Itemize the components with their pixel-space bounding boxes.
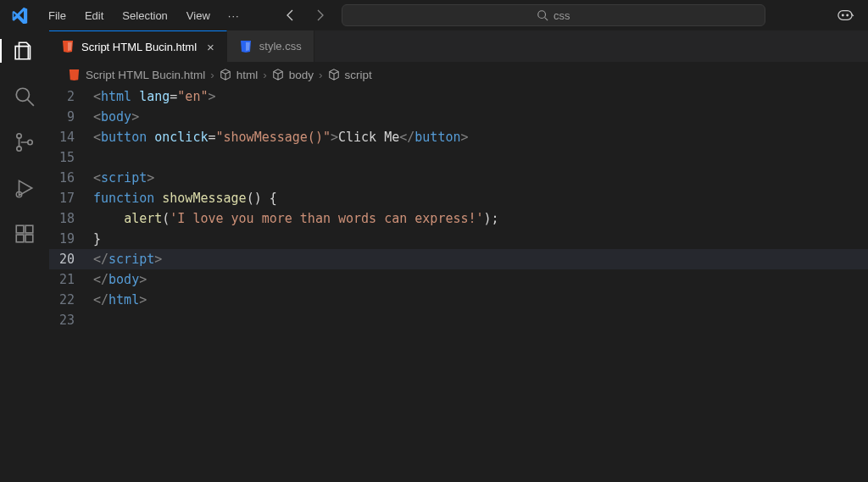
nav-back-icon[interactable] [284, 8, 298, 22]
svg-point-7 [17, 134, 21, 138]
line-number: 16 [49, 168, 93, 188]
line-number: 23 [49, 310, 93, 330]
breadcrumb-script: script [345, 69, 372, 81]
chevron-right-icon: › [210, 69, 214, 81]
svg-line-6 [27, 99, 34, 106]
symbol-icon [272, 69, 284, 80]
chevron-right-icon: › [319, 69, 323, 81]
symbol-icon [328, 69, 340, 80]
tab-label: style.css [259, 40, 302, 53]
line-number: 2 [49, 86, 93, 107]
titlebar: File Edit Selection View ··· css [0, 0, 868, 30]
menu-file[interactable]: File [41, 6, 74, 25]
line-number: 14 [49, 127, 93, 147]
code-editor[interactable]: 2<html lang="en"> 9<body> 14<button oncl… [49, 86, 868, 482]
nav-arrows [284, 8, 326, 22]
search-text: css [554, 9, 570, 22]
breadcrumb-html: html [236, 69, 259, 81]
chevron-right-icon: › [263, 69, 267, 81]
line-number: 19 [49, 229, 93, 249]
svg-point-8 [17, 147, 21, 151]
line-number: 17 [49, 188, 93, 208]
explorer-icon[interactable] [0, 39, 49, 63]
menu-view[interactable]: View [179, 6, 218, 25]
editor-area: Script HTML Bucin.html × style.css Scrip… [49, 30, 868, 482]
svg-point-4 [846, 14, 849, 17]
source-control-icon[interactable] [0, 130, 49, 154]
tab-label: Script HTML Bucin.html [81, 41, 197, 53]
breadcrumb[interactable]: Script HTML Bucin.html › html › body › s… [49, 63, 868, 86]
svg-point-5 [16, 88, 29, 101]
svg-point-0 [538, 11, 546, 19]
svg-point-3 [842, 14, 844, 17]
menu-selection[interactable]: Selection [114, 6, 175, 25]
svg-rect-13 [16, 235, 24, 242]
search-icon [537, 9, 548, 21]
command-center[interactable]: css [342, 4, 765, 26]
css-file-icon [239, 40, 253, 53]
breadcrumb-file: Script HTML Bucin.html [86, 69, 205, 81]
copilot-icon[interactable] [832, 8, 858, 23]
line-number: 22 [49, 290, 93, 310]
line-number: 15 [49, 147, 93, 168]
svg-line-1 [545, 18, 548, 21]
svg-rect-2 [838, 11, 852, 20]
tab-script-html[interactable]: Script HTML Bucin.html × [49, 30, 227, 62]
tabs: Script HTML Bucin.html × style.css [49, 30, 868, 63]
close-icon[interactable]: × [207, 40, 214, 54]
line-number: 18 [49, 208, 93, 229]
html-file-icon [61, 40, 75, 53]
svg-rect-11 [16, 225, 24, 233]
menu-edit[interactable]: Edit [77, 6, 111, 25]
run-debug-icon[interactable] [0, 176, 49, 200]
breadcrumb-body: body [289, 69, 314, 81]
tab-style-css[interactable]: style.css [227, 30, 314, 62]
extensions-icon[interactable] [0, 222, 49, 246]
nav-forward-icon[interactable] [313, 8, 326, 22]
symbol-icon [220, 69, 231, 80]
line-number: 9 [49, 107, 93, 127]
vscode-logo-icon [8, 4, 31, 26]
svg-rect-14 [25, 235, 33, 242]
line-number: 20 [49, 249, 93, 269]
menu-more-icon[interactable]: ··· [221, 6, 247, 25]
html-file-icon [68, 69, 81, 81]
search-panel-icon[interactable] [0, 85, 49, 108]
line-number: 21 [49, 269, 93, 290]
svg-rect-12 [25, 225, 33, 233]
svg-point-9 [28, 140, 32, 144]
activity-bar [0, 30, 49, 482]
